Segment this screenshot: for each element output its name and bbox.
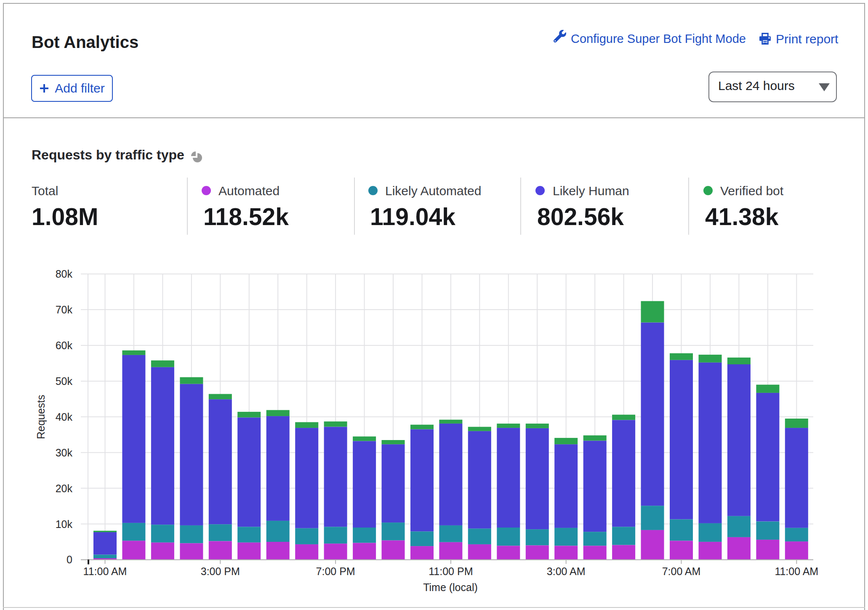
svg-text:7:00 AM: 7:00 AM: [662, 565, 701, 577]
svg-text:30k: 30k: [56, 447, 73, 459]
svg-text:11:00 AM: 11:00 AM: [775, 565, 818, 577]
svg-text:Requests: Requests: [35, 395, 47, 439]
svg-text:Time (local): Time (local): [423, 581, 478, 593]
svg-text:40k: 40k: [56, 411, 73, 423]
svg-text:3:00 PM: 3:00 PM: [201, 565, 240, 577]
svg-text:20k: 20k: [56, 483, 73, 494]
svg-text:70k: 70k: [56, 304, 73, 316]
svg-text:60k: 60k: [56, 339, 73, 351]
svg-text:0: 0: [67, 554, 72, 565]
svg-text:3:00 AM: 3:00 AM: [547, 565, 586, 577]
svg-text:50k: 50k: [56, 375, 73, 387]
svg-text:11:00 AM: 11:00 AM: [83, 565, 127, 577]
svg-text:7:00 PM: 7:00 PM: [316, 565, 355, 577]
svg-text:11:00 PM: 11:00 PM: [429, 565, 473, 577]
svg-text:80k: 80k: [56, 268, 73, 280]
svg-text:10k: 10k: [56, 518, 73, 530]
